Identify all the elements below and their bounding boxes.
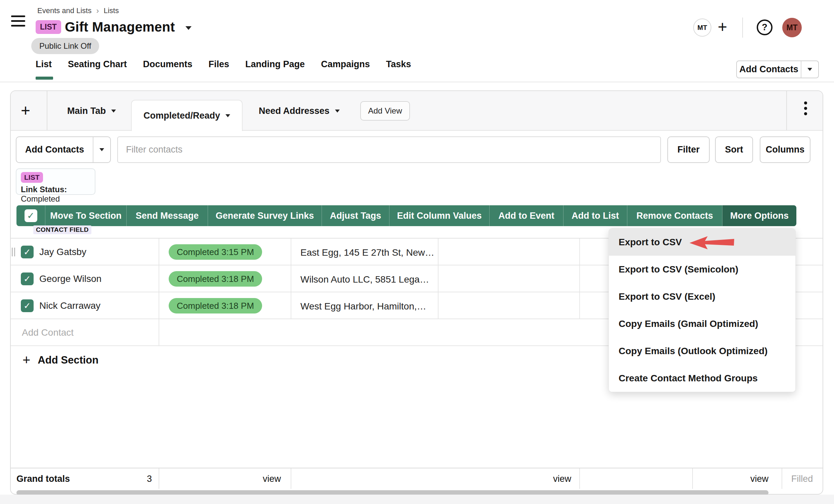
- nav-tab-tasks[interactable]: Tasks: [386, 59, 411, 69]
- help-icon[interactable]: ?: [757, 20, 772, 35]
- link-status-filter-chip[interactable]: LIST Link Status: Completed: [16, 168, 95, 195]
- menu-item-create-contact-method-groups[interactable]: Create Contact Method Groups: [609, 365, 795, 392]
- add-contact-placeholder[interactable]: Add Contact: [22, 327, 73, 338]
- totals-view-link[interactable]: view: [212, 468, 281, 489]
- list-type-badge: LIST: [36, 20, 61, 34]
- chevron-down-icon: [808, 68, 812, 71]
- add-new-icon[interactable]: +: [718, 19, 727, 35]
- breadcrumb-item[interactable]: Events and Lists: [37, 6, 91, 15]
- add-section-button[interactable]: + Add Section: [23, 352, 98, 368]
- action-generate-survey-links[interactable]: Generate Survey Links: [208, 205, 322, 226]
- nav-tabs: List Seating Chart Documents Files Landi…: [36, 59, 411, 69]
- menu-item-export-csv-excel[interactable]: Export to CSV (Excel): [609, 283, 795, 310]
- header-divider: [742, 18, 743, 38]
- status-badge: Completed 3:18 PM: [169, 298, 262, 313]
- action-move-to-section[interactable]: Move To Section: [45, 205, 127, 226]
- chevron-down-icon: [225, 114, 230, 117]
- nav-tab-documents[interactable]: Documents: [143, 59, 193, 69]
- column-header-contact-field: CONTACT FIELD: [33, 225, 91, 234]
- breadcrumb-item[interactable]: Lists: [104, 6, 118, 15]
- add-contacts-label[interactable]: Add Contacts: [17, 137, 93, 162]
- action-adjust-tags[interactable]: Adjust Tags: [322, 205, 390, 226]
- chip-label: Link Status:: [21, 185, 67, 194]
- sort-button[interactable]: Sort: [715, 136, 753, 163]
- totals-view-link[interactable]: view: [700, 468, 768, 489]
- nav-tab-landing-page[interactable]: Landing Page: [245, 59, 305, 69]
- more-menu-kebab-icon[interactable]: [801, 99, 810, 117]
- breadcrumb-separator-icon: ›: [96, 6, 99, 16]
- view-tab-label[interactable]: Completed/Ready: [144, 111, 220, 121]
- drag-handle-icon[interactable]: [12, 248, 15, 256]
- add-contacts-dropdown[interactable]: [93, 137, 110, 162]
- contact-address[interactable]: West Egg Harbor, Hamilton,…: [301, 301, 426, 312]
- view-tab-label[interactable]: Main Tab: [67, 106, 106, 116]
- view-tab-label[interactable]: Need Addresses: [259, 106, 330, 116]
- add-contacts-button-header[interactable]: Add Contacts: [736, 61, 819, 78]
- nav-tab-list[interactable]: List: [36, 59, 52, 69]
- contact-name[interactable]: Nick Carraway: [39, 300, 101, 311]
- chip-value: Completed: [21, 194, 60, 203]
- filter-button[interactable]: Filter: [667, 136, 710, 163]
- plus-icon: +: [23, 352, 30, 368]
- workspace-avatar[interactable]: MT: [693, 19, 711, 37]
- active-tab-indicator: [36, 76, 53, 80]
- menu-item-copy-emails-gmail[interactable]: Copy Emails (Gmail Optimized): [609, 310, 795, 337]
- grand-totals-label: Grand totals: [17, 468, 70, 489]
- header-bottom-border: [0, 82, 834, 82]
- view-tab-completed-ready-active[interactable]: Completed/Ready: [131, 100, 243, 131]
- strip-divider: [786, 91, 787, 130]
- menu-item-export-csv[interactable]: Export to CSV: [609, 228, 795, 256]
- strip-divider: [47, 91, 47, 130]
- red-arrow-annotation-icon: [688, 235, 735, 250]
- contact-address[interactable]: Wilson Auto LLC, 5851 Lega…: [301, 274, 429, 285]
- page-title: Gift Management: [65, 20, 175, 35]
- user-avatar[interactable]: MT: [782, 18, 802, 37]
- action-add-to-event[interactable]: Add to Event: [489, 205, 564, 226]
- nav-tab-seating-chart[interactable]: Seating Chart: [68, 59, 127, 69]
- row-checkbox-checked[interactable]: ✓: [21, 246, 34, 258]
- add-contacts-button-toolbar[interactable]: Add Contacts: [16, 136, 111, 163]
- add-view-button[interactable]: Add View: [360, 101, 410, 120]
- action-edit-column-values[interactable]: Edit Column Values: [390, 205, 489, 226]
- add-section-label: Add Section: [38, 354, 98, 366]
- action-send-message[interactable]: Send Message: [127, 205, 208, 226]
- hamburger-menu-icon[interactable]: [11, 16, 25, 29]
- nav-tab-files[interactable]: Files: [208, 59, 229, 69]
- contact-address[interactable]: East Egg, 145 E 27th St, New…: [301, 247, 434, 258]
- action-remove-contacts[interactable]: Remove Contacts: [627, 205, 722, 226]
- view-tab-main-tab[interactable]: Main Tab: [67, 106, 116, 116]
- action-more-options-active[interactable]: More Options: [722, 205, 796, 226]
- chevron-down-icon: [100, 148, 104, 151]
- page-background-strip: [0, 495, 834, 504]
- view-tab-need-addresses[interactable]: Need Addresses: [259, 106, 340, 116]
- add-contacts-dropdown[interactable]: [801, 61, 818, 78]
- bulk-action-bar: ✓ Move To Section Send Message Generate …: [17, 205, 796, 226]
- totals-filled-label: Filled: [782, 468, 822, 489]
- filter-contacts-input[interactable]: [117, 136, 661, 163]
- contact-name[interactable]: George Wilson: [39, 273, 102, 284]
- columns-button[interactable]: Columns: [760, 136, 811, 163]
- select-all-cell[interactable]: ✓: [17, 205, 45, 226]
- menu-item-copy-emails-outlook[interactable]: Copy Emails (Outlook Optimized): [609, 337, 795, 365]
- status-badge: Completed 3:18 PM: [169, 271, 262, 287]
- add-contacts-label[interactable]: Add Contacts: [737, 61, 801, 78]
- list-panel: + Main Tab Completed/Ready Need Addresse…: [10, 90, 823, 495]
- status-badge: Completed 3:15 PM: [169, 244, 262, 260]
- more-options-menu: Export to CSV Export to CSV (Semicolon) …: [609, 228, 796, 392]
- contact-name[interactable]: Jay Gatsby: [39, 247, 86, 257]
- list-badge: LIST: [21, 172, 43, 183]
- row-checkbox-checked[interactable]: ✓: [21, 272, 34, 285]
- select-all-checkbox-checked[interactable]: ✓: [24, 209, 37, 222]
- breadcrumb[interactable]: Events and Lists › Lists: [37, 6, 119, 16]
- menu-item-export-csv-semicolon[interactable]: Export to CSV (Semicolon): [609, 256, 795, 283]
- view-tabs-strip: + Main Tab Completed/Ready Need Addresse…: [11, 91, 822, 131]
- totals-view-link[interactable]: view: [481, 468, 571, 489]
- add-tab-icon[interactable]: +: [21, 103, 30, 118]
- app-window: Events and Lists › Lists LIST Gift Manag…: [0, 0, 834, 504]
- title-dropdown-caret-icon[interactable]: [185, 26, 192, 30]
- chevron-down-icon: [335, 110, 340, 113]
- action-add-to-list[interactable]: Add to List: [564, 205, 627, 226]
- row-checkbox-checked[interactable]: ✓: [21, 299, 34, 312]
- nav-tab-campaigns[interactable]: Campaigns: [321, 59, 370, 69]
- public-link-status-pill[interactable]: Public Link Off: [31, 38, 99, 54]
